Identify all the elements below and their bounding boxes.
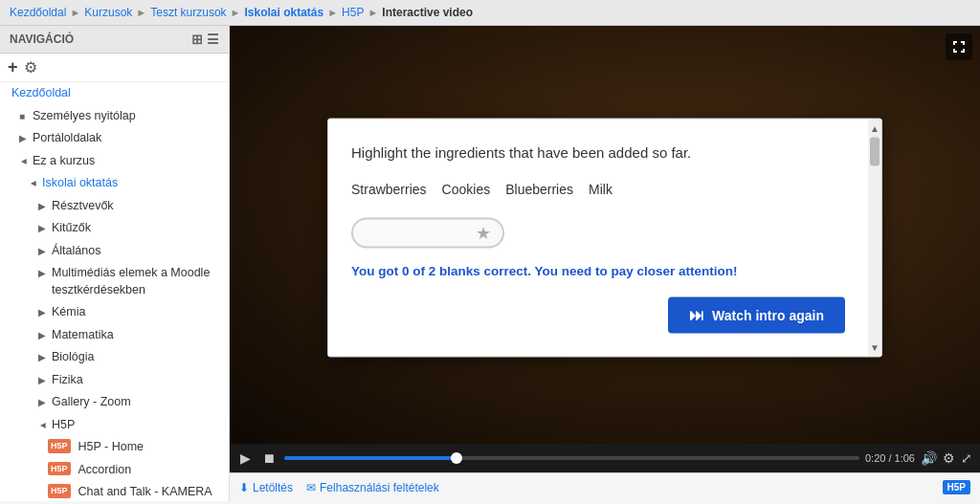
modal-option-1[interactable]: Strawberries	[351, 179, 427, 198]
sidebar-grid-icon[interactable]: ⊞	[191, 32, 203, 47]
nav-arrow-personal: ■	[19, 110, 29, 123]
breadcrumb-sep-3: ►	[231, 7, 241, 18]
nav-item-chemistry[interactable]: ▶ Kémia	[0, 301, 229, 324]
nav-arrow-participants: ▶	[38, 200, 48, 213]
video-controls: ▶ ⏹ 0:20 / 1:06 🔊 ⚙ ⤢	[230, 444, 980, 472]
modal-scrollbar[interactable]: ▲ ▼	[868, 119, 881, 356]
nav-item-chat[interactable]: H5P Chat and Talk - KAMERA	[0, 481, 229, 501]
modal-options: Strawberries Cookies Blueberries Milk	[351, 179, 845, 198]
nav-arrow-biology: ▶	[38, 351, 48, 364]
volume-button[interactable]: 🔊	[921, 450, 937, 466]
content-area: Highlight the ingredients that have been…	[230, 26, 980, 501]
nav-arrow-badges: ▶	[38, 222, 48, 235]
sidebar-list-icon[interactable]: ☰	[207, 32, 219, 47]
terms-label: Felhasználási feltételek	[320, 481, 439, 494]
drag-area: ★	[351, 217, 845, 248]
download-label: Letöltés	[253, 481, 293, 494]
fullscreen-icon[interactable]	[946, 33, 972, 60]
nav-item-participants[interactable]: ▶ Résztvevők	[0, 195, 229, 218]
breadcrumb-sep-2: ►	[136, 7, 146, 18]
modal-feedback: You got 0 of 2 blanks correct. You need …	[351, 263, 845, 277]
main-layout: NAVIGÁCIÓ ⊞ ☰ + ⚙ Kezdőoldal ■ Személyes…	[0, 26, 980, 501]
watch-btn-label: Watch intro again	[712, 307, 824, 322]
modal-question: Highlight the ingredients that have been…	[351, 142, 845, 162]
nav-item-gallery[interactable]: ▶ Gallery - Zoom	[0, 391, 229, 414]
progress-thumb	[451, 452, 462, 464]
terms-icon: ✉	[306, 481, 316, 494]
stop-button[interactable]: ⏹	[259, 450, 278, 466]
nav-item-home[interactable]: Kezdőoldal	[0, 82, 229, 105]
nav-item-math[interactable]: ▶ Matematika	[0, 324, 229, 347]
nav-item-accordion[interactable]: H5P Accordion	[0, 459, 229, 482]
nav-item-portal[interactable]: ▶ Portáloldalak	[0, 127, 229, 150]
nav-arrow-math: ▶	[38, 329, 48, 342]
settings-button[interactable]: ⚙	[943, 450, 955, 466]
scrollbar-thumb[interactable]	[870, 137, 880, 165]
time-display: 0:20 / 1:06	[865, 452, 915, 464]
nav-item-h5p-home[interactable]: H5P H5P - Home	[0, 436, 229, 459]
progress-fill	[284, 456, 457, 460]
nav-item-school[interactable]: ▼ Iskolai oktatás	[0, 172, 229, 195]
modal-option-4[interactable]: Milk	[589, 179, 612, 198]
nav-item-personal[interactable]: ■ Személyes nyitólap	[0, 105, 229, 128]
expand-button[interactable]: ⤢	[961, 450, 972, 466]
watch-intro-button[interactable]: ⏭ Watch intro again	[668, 296, 845, 333]
sidebar-header-icons: ⊞ ☰	[191, 32, 219, 47]
sidebar-actions: + ⚙	[0, 54, 229, 82]
modal-option-2[interactable]: Cookies	[442, 179, 491, 198]
h5p-badge-accordion: H5P	[48, 462, 71, 476]
breadcrumb-current: Interactive video	[382, 6, 473, 19]
sidebar-header: NAVIGÁCIÓ ⊞ ☰	[0, 26, 229, 54]
h5p-badge-home: H5P	[48, 439, 71, 453]
modal-body: Highlight the ingredients that have been…	[328, 119, 868, 356]
breadcrumb-home[interactable]: Kezdőoldal	[10, 6, 66, 19]
drag-drop-zone[interactable]: ★	[351, 217, 504, 248]
nav-arrow-course: ▼	[17, 157, 31, 166]
download-icon: ⬇	[239, 481, 249, 494]
nav-arrow-school: ▼	[27, 179, 40, 188]
nav-arrow-physics: ▶	[38, 374, 48, 387]
nav-list: Kezdőoldal ■ Személyes nyitólap ▶ Portál…	[0, 82, 229, 501]
h5p-logo: H5P	[943, 480, 970, 494]
nav-item-biology[interactable]: ▶ Biológia	[0, 346, 229, 369]
breadcrumb-sep-1: ►	[70, 7, 80, 18]
modal-container: Highlight the ingredients that have been…	[327, 118, 882, 357]
bottom-bar: ⬇ Letöltés ✉ Felhasználási feltételek H5…	[230, 472, 980, 501]
modal-option-3[interactable]: Blueberries	[505, 179, 573, 198]
nav-item-h5p-group[interactable]: ▼ H5P	[0, 414, 229, 437]
nav-item-badges[interactable]: ▶ Kitűzők	[0, 217, 229, 240]
bottom-left: ⬇ Letöltés ✉ Felhasználási feltételek	[239, 481, 439, 494]
modal-scroll-container: Highlight the ingredients that have been…	[328, 119, 881, 356]
sidebar-settings-icon[interactable]: ⚙	[24, 58, 37, 77]
breadcrumb-sep-4: ►	[327, 7, 338, 18]
play-button[interactable]: ▶	[237, 450, 254, 466]
download-link[interactable]: ⬇ Letöltés	[239, 481, 293, 494]
breadcrumb-school[interactable]: Iskolai oktatás	[244, 6, 323, 19]
sidebar-header-label: NAVIGÁCIÓ	[10, 33, 74, 46]
sidebar: NAVIGÁCIÓ ⊞ ☰ + ⚙ Kezdőoldal ■ Személyes…	[0, 26, 230, 501]
drag-star-icon[interactable]: ★	[472, 221, 495, 244]
video-background: Highlight the ingredients that have been…	[230, 26, 980, 472]
nav-item-this-course[interactable]: ▼ Ez a kurzus	[0, 150, 229, 173]
nav-arrow-chemistry: ▶	[38, 306, 48, 319]
sidebar-add-icon[interactable]: +	[8, 57, 18, 77]
terms-link[interactable]: ✉ Felhasználási feltételek	[306, 481, 439, 494]
breadcrumb-test-courses[interactable]: Teszt kurzusok	[150, 6, 226, 19]
nav-arrow-h5p: ▼	[36, 421, 50, 430]
nav-arrow-gallery: ▶	[38, 396, 48, 409]
nav-arrow-general: ▶	[38, 245, 48, 258]
nav-item-general[interactable]: ▶ Általános	[0, 240, 229, 263]
nav-arrow-portal: ▶	[19, 132, 29, 145]
nav-item-multimedia[interactable]: ▶ Multimédiás elemek a Moodle tesztkérdé…	[0, 262, 229, 301]
progress-bar[interactable]	[284, 456, 859, 460]
modal-footer: ⏭ Watch intro again	[351, 296, 845, 333]
breadcrumb-h5p[interactable]: H5P	[342, 6, 364, 19]
h5p-badge-chat: H5P	[48, 484, 71, 498]
scrollbar-down-arrow[interactable]: ▼	[870, 340, 880, 354]
watch-icon: ⏭	[689, 306, 704, 323]
breadcrumb-courses[interactable]: Kurzusok	[84, 6, 132, 19]
nav-arrow-multimedia: ▶	[38, 267, 48, 280]
breadcrumb-sep-5: ►	[368, 7, 378, 18]
scrollbar-up-arrow[interactable]: ▲	[870, 121, 880, 135]
nav-item-physics[interactable]: ▶ Fizika	[0, 369, 229, 392]
